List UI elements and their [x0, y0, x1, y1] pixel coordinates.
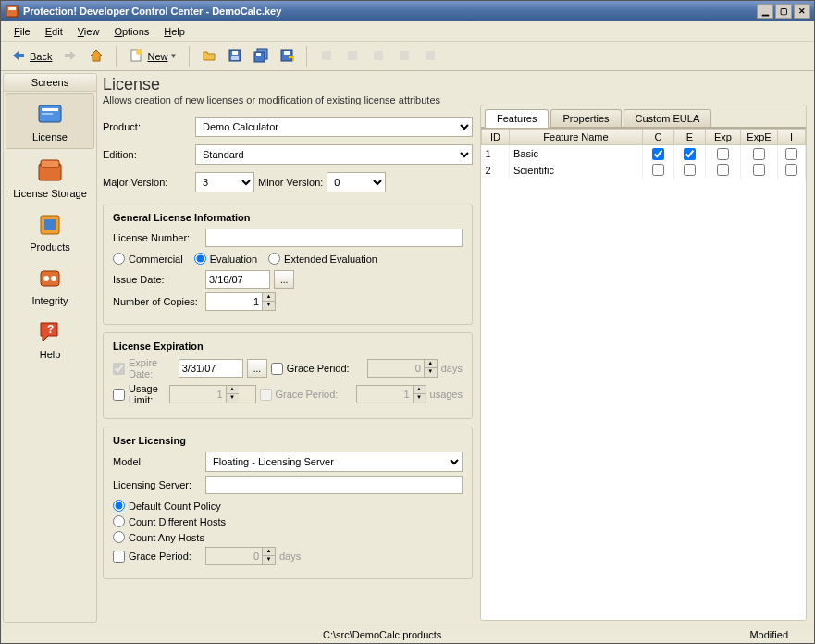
arrow-left-icon [11, 50, 26, 63]
edition-select[interactable]: Standard [195, 144, 473, 165]
cell-e-check[interactable] [684, 148, 696, 160]
col-exp[interactable]: Exp [706, 130, 741, 145]
expire-date-check[interactable]: Expire Date: [113, 357, 179, 379]
col-name[interactable]: Feature Name [510, 130, 643, 145]
cell-name: Basic [510, 145, 643, 162]
minimize-button[interactable]: ▁ [757, 4, 773, 19]
storage-icon [35, 156, 65, 186]
table-row[interactable]: 2Scientific [482, 162, 806, 179]
license-number-input[interactable] [205, 229, 463, 247]
main-area: Screens License License Storage Products… [1, 71, 814, 625]
spin-up-icon[interactable]: ▲ [262, 293, 275, 302]
expire-date-input[interactable] [179, 359, 243, 378]
cell-e-check[interactable] [684, 164, 696, 176]
cell-c-check[interactable] [652, 148, 664, 160]
close-button[interactable]: ✕ [794, 4, 810, 19]
tool-a-button[interactable] [315, 45, 339, 68]
table-row[interactable]: 1Basic [482, 145, 806, 162]
menu-view[interactable]: View [70, 24, 107, 39]
radio-diff-hosts[interactable]: Count Different Hosts [113, 515, 463, 527]
feature-table-wrap: ID Feature Name C E Exp ExpE I 1Basic2Sc… [481, 128, 806, 620]
app-icon [5, 4, 19, 19]
ul-grace-check[interactable]: Grace Period: [113, 551, 205, 563]
tool-c-button[interactable] [366, 45, 390, 68]
sidebar-item-label: License [8, 131, 92, 142]
sidebar-item-help[interactable]: ? Help [4, 312, 96, 365]
minor-version-select[interactable]: 0 [327, 172, 386, 192]
title-bar: Protection! Developer Control Center - D… [1, 1, 814, 21]
radio-default-policy[interactable]: Default Count Policy [113, 500, 463, 512]
user-licensing-legend: User Licensing [113, 435, 463, 446]
back-button[interactable]: Back [6, 45, 56, 68]
grace-period-days-check[interactable]: Grace Period: [271, 363, 364, 375]
product-select[interactable]: Demo Calculator [195, 117, 473, 137]
new-button[interactable]: New ▼ [124, 45, 181, 68]
licensing-server-label: Licensing Server: [113, 479, 205, 490]
issue-date-input[interactable] [205, 270, 270, 289]
cell-i-check[interactable] [785, 164, 797, 176]
svg-point-27 [43, 276, 49, 281]
licensing-server-input[interactable] [205, 476, 463, 494]
radio-evaluation[interactable]: Evaluation [194, 253, 257, 265]
license-number-label: License Number: [113, 232, 205, 243]
svg-point-28 [51, 276, 56, 281]
tool-e-button[interactable] [418, 45, 442, 68]
status-modified: Modified [696, 629, 807, 640]
tab-features[interactable]: Features [485, 109, 549, 128]
sidebar-item-products[interactable]: Products [4, 204, 96, 258]
major-version-select[interactable]: 3 [195, 172, 254, 192]
model-select[interactable]: Floating - Licensing Server [205, 452, 463, 472]
toolbar-separator [116, 46, 117, 67]
svg-rect-7 [232, 51, 238, 55]
issue-date-picker-button[interactable]: ... [274, 270, 294, 289]
col-id[interactable]: ID [482, 130, 510, 145]
menu-file[interactable]: File [6, 24, 38, 39]
open-button[interactable] [197, 45, 221, 68]
floppy-icon [228, 48, 242, 65]
col-c[interactable]: C [643, 130, 674, 145]
cell-i-check[interactable] [785, 148, 797, 160]
menu-edit[interactable]: Edit [38, 24, 70, 39]
cell-c-check[interactable] [652, 164, 664, 176]
spin-down-icon[interactable]: ▼ [262, 302, 275, 310]
expire-date-picker-button[interactable]: ... [247, 359, 267, 378]
svg-rect-21 [42, 113, 53, 115]
page-subtitle: Allows creation of new licenses or modif… [103, 94, 473, 105]
save-button[interactable] [223, 45, 247, 68]
radio-any-hosts[interactable]: Count Any Hosts [113, 531, 463, 543]
radio-commercial[interactable]: Commercial [113, 253, 183, 265]
save-all-button[interactable] [249, 45, 273, 68]
home-button[interactable] [84, 45, 108, 68]
menu-help[interactable]: Help [156, 24, 192, 39]
cell-exp-check[interactable] [717, 148, 729, 160]
sidebar-item-label: License Storage [6, 188, 94, 199]
maximize-button[interactable]: ▢ [775, 4, 792, 19]
copies-spinner[interactable]: ▲▼ [205, 292, 276, 311]
forward-button[interactable] [58, 45, 82, 68]
toolbar-separator [189, 46, 190, 67]
cell-expe-check[interactable] [753, 164, 765, 176]
svg-rect-14 [322, 51, 331, 60]
col-expe[interactable]: ExpE [741, 130, 778, 145]
cell-expe-check[interactable] [753, 148, 765, 160]
usage-limit-check[interactable]: Usage Limit: [113, 383, 169, 405]
svg-rect-25 [44, 219, 56, 230]
svg-rect-18 [426, 51, 435, 60]
tab-properties[interactable]: Properties [550, 109, 621, 127]
col-e[interactable]: E [674, 130, 706, 145]
menu-options[interactable]: Options [106, 24, 156, 39]
col-i[interactable]: I [778, 130, 806, 145]
radio-extended[interactable]: Extended Evaluation [268, 253, 377, 265]
save-as-button[interactable] [275, 45, 299, 68]
user-licensing-fieldset: User Licensing Model: Floating - Licensi… [103, 427, 473, 579]
sidebar-item-integrity[interactable]: Integrity [4, 258, 96, 312]
tool-d-button[interactable] [392, 45, 416, 68]
sidebar-item-license[interactable]: License [6, 93, 94, 149]
model-label: Model: [113, 456, 205, 467]
sidebar-item-license-storage[interactable]: License Storage [4, 151, 96, 204]
cell-exp-check[interactable] [717, 164, 729, 176]
tool-b-button[interactable] [340, 45, 364, 68]
svg-rect-16 [374, 51, 383, 60]
feature-table: ID Feature Name C E Exp ExpE I 1Basic2Sc… [481, 129, 806, 179]
tab-custom-eula[interactable]: Custom EULA [624, 109, 712, 127]
